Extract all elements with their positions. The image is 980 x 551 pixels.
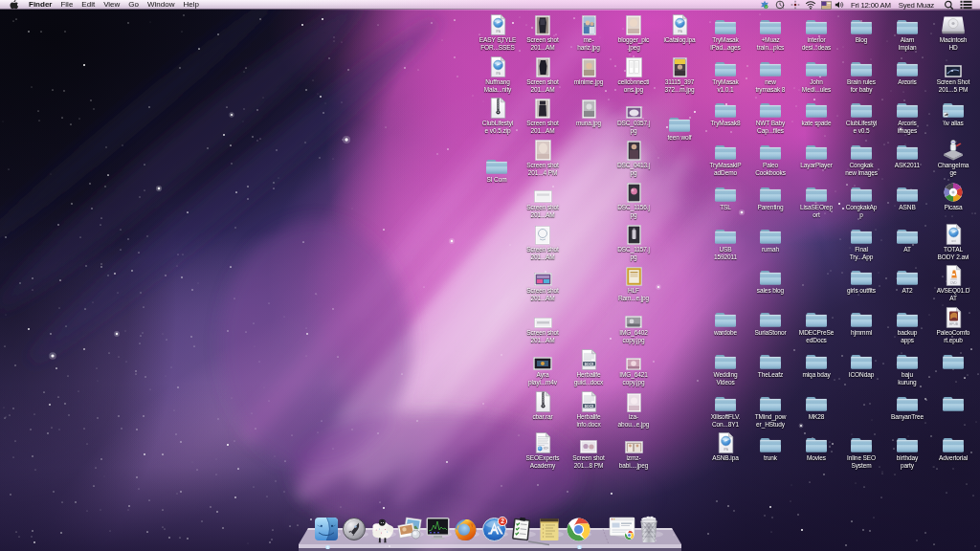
svg-text:2: 2 bbox=[501, 518, 504, 524]
svg-text:avi: avi bbox=[951, 239, 956, 243]
svg-text:EPUB: EPUB bbox=[949, 322, 958, 326]
svg-text:DOCX: DOCX bbox=[584, 405, 593, 408]
svg-text:IPA: IPA bbox=[677, 30, 682, 33]
svg-text:DVD: DVD bbox=[950, 281, 956, 285]
svg-text:IPA: IPA bbox=[495, 72, 501, 76]
svg-text:DOCX: DOCX bbox=[584, 363, 593, 366]
svg-text:IPA: IPA bbox=[723, 448, 728, 452]
svg-text:RTF: RTF bbox=[544, 447, 548, 451]
svg-text:IPA: IPA bbox=[495, 30, 501, 33]
